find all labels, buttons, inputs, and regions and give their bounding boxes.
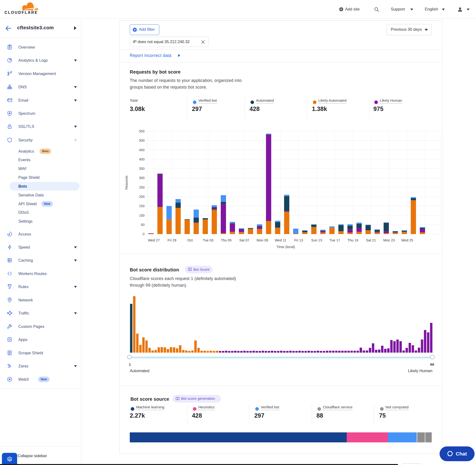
svg-text:Fri 29: Fri 29 [167,238,176,242]
svg-text:Tue 03: Tue 03 [203,238,214,242]
svg-text:500: 500 [139,138,145,142]
svg-text:300: 300 [139,176,145,180]
svg-text:Mon 23: Mon 23 [383,238,395,242]
svg-text:Fri 13: Fri 13 [294,238,303,242]
svg-text:200: 200 [139,195,145,199]
svg-text:Thu 19: Thu 19 [348,238,358,242]
svg-text:550: 550 [139,129,145,133]
svg-text:250: 250 [139,185,145,189]
svg-text:Tue 17: Tue 17 [329,238,340,242]
svg-text:Wed 11: Wed 11 [275,238,286,242]
svg-text:Mon 09: Mon 09 [257,238,268,242]
svg-text:50: 50 [141,223,145,227]
svg-text:Oct: Oct [187,238,193,242]
svg-text:150: 150 [139,204,145,208]
svg-text:Requests: Requests [125,176,128,190]
svg-text:Sun 15: Sun 15 [311,238,322,242]
svg-text:Wed 25: Wed 25 [401,238,413,242]
svg-text:100: 100 [139,213,145,217]
svg-text:Sat 21: Sat 21 [366,238,376,242]
svg-text:400: 400 [139,157,145,161]
svg-text:Sat 07: Sat 07 [239,238,249,242]
svg-text:450: 450 [139,148,145,152]
svg-text:0: 0 [143,232,145,236]
svg-text:Time (local): Time (local) [276,245,295,249]
svg-text:Wed 27: Wed 27 [148,238,160,242]
svg-text:Thu 05: Thu 05 [221,238,232,242]
svg-text:350: 350 [139,167,145,170]
